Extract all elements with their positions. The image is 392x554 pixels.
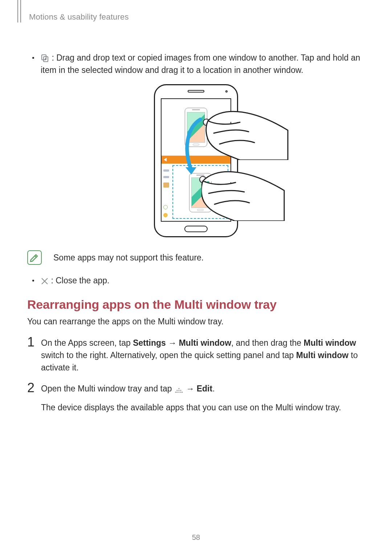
- bullet-drag-drop: : Drag and drop text or copied images fr…: [27, 52, 365, 76]
- multiwindow-divider: [162, 156, 230, 164]
- close-x-icon: [41, 277, 49, 285]
- svg-point-7: [178, 390, 179, 391]
- drag-drop-icon: [41, 54, 49, 62]
- bullet-body: : Drag and drop text or copied images fr…: [41, 52, 365, 76]
- thumbnail-top: [185, 108, 207, 147]
- bullet-text: : Drag and drop text or copied images fr…: [41, 53, 360, 75]
- illustration-drag-between-windows: [27, 84, 365, 237]
- step-1: 1 On the Apps screen, tap Settings → Mul…: [27, 337, 365, 374]
- step-body: Open the Multi window tray and tap: [41, 382, 365, 414]
- more-dots-icon: [174, 387, 184, 393]
- step-number: 2: [27, 381, 41, 414]
- bullet-body: : Close the app.: [41, 274, 365, 287]
- page-content: : Drag and drop text or copied images fr…: [27, 52, 365, 414]
- touchpoint-top: [203, 119, 210, 126]
- drop-target: [172, 165, 228, 219]
- svg-point-10: [180, 392, 181, 393]
- breadcrumb: Motions & usability features: [29, 12, 365, 22]
- step-body: On the Apps screen, tap Settings → Multi…: [41, 337, 365, 374]
- app-sidebar: [163, 165, 170, 219]
- svg-point-11: [181, 392, 183, 393]
- section-heading: Rearranging apps on the Multi window tra…: [27, 297, 365, 312]
- step-2: 2 Open the Multi window tray and tap: [27, 382, 365, 414]
- svg-point-5: [176, 392, 177, 393]
- touchpoint-bottom: [199, 176, 207, 183]
- page: Motions & usability features : Drag and …: [0, 0, 392, 414]
- phone-outline: [154, 84, 238, 237]
- bullet-dot: [32, 57, 34, 59]
- page-number: 58: [0, 533, 392, 542]
- svg-point-4: [176, 390, 177, 391]
- step-followup: The device displays the available apps t…: [41, 401, 365, 414]
- note-row: Some apps may not support this feature.: [27, 250, 365, 265]
- svg-point-9: [180, 390, 181, 391]
- svg-point-3: [175, 392, 176, 393]
- bullet-close-app: : Close the app.: [27, 274, 365, 287]
- bullet-dot: [32, 280, 34, 282]
- section-lead: You can rearrange the apps on the Multi …: [27, 317, 365, 327]
- svg-point-8: [178, 392, 179, 393]
- side-tab-marker: [17, 0, 21, 22]
- note-icon: [27, 250, 42, 265]
- step-number: 1: [27, 336, 41, 374]
- svg-point-6: [178, 388, 179, 389]
- note-text: Some apps may not support this feature.: [53, 253, 204, 263]
- bullet-text: : Close the app.: [49, 276, 110, 285]
